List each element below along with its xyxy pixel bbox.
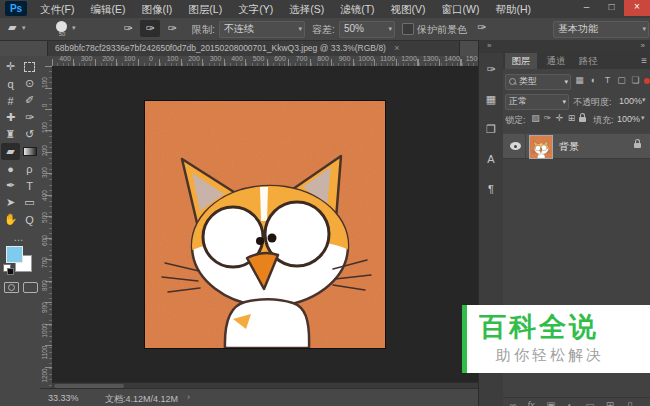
document-image[interactable] <box>145 101 385 348</box>
status-options-arrow-icon[interactable]: › <box>187 392 190 402</box>
eraser-tool-selected[interactable]: ▰ <box>1 143 20 160</box>
blend-mode-select[interactable]: 正常 ▾ <box>505 94 569 110</box>
panel-tabs: 图层 通道 路径 ≡ <box>503 53 650 69</box>
tab-paths[interactable]: 路径 <box>573 53 603 69</box>
fill-caret-icon[interactable]: ▾ <box>641 114 645 122</box>
screen-mode-button[interactable] <box>23 282 38 293</box>
sampling-background-swatch-button[interactable]: ✑ <box>162 20 182 37</box>
menu-file[interactable]: 文件(F) <box>32 0 82 18</box>
menu-select[interactable]: 选择(S) <box>281 0 332 18</box>
quick-mask-button[interactable] <box>4 282 19 293</box>
clone-source-panel-icon[interactable]: ❐ <box>481 117 501 141</box>
maximize-button[interactable]: □ <box>599 0 624 16</box>
filter-active-toggle-icon[interactable] <box>644 78 650 84</box>
paragraph-panel-icon[interactable]: ¶ <box>481 177 501 201</box>
menu-help[interactable]: 帮助(H) <box>488 0 540 18</box>
sampling-once-button[interactable]: ✑ <box>140 20 160 37</box>
delete-layer-icon[interactable]: ▯ <box>622 400 638 406</box>
workspace-select[interactable]: 基本功能 ▾ <box>553 21 649 38</box>
filter-shape-layers-icon[interactable]: ▢ <box>615 75 628 85</box>
divider <box>525 134 526 158</box>
adjustment-layer-icon[interactable]: ◐ <box>562 400 578 406</box>
gradient-tool[interactable] <box>20 143 39 160</box>
path-select-tool[interactable]: ➤ <box>1 194 20 211</box>
healing-tool[interactable]: ✚ <box>1 109 20 126</box>
layer-thumbnail[interactable] <box>529 135 553 159</box>
zoom-tool[interactable]: Q <box>20 211 39 228</box>
watermark-title: 百科全说 <box>479 309 599 345</box>
filter-type-layers-icon[interactable]: T <box>601 75 614 85</box>
layer-visibility-eye-icon[interactable] <box>510 142 521 150</box>
fill-value[interactable]: 100% <box>617 114 640 124</box>
menu-layer[interactable]: 图层(L) <box>180 0 230 18</box>
minimize-button[interactable]: – <box>574 0 599 16</box>
eyedropper-tool[interactable]: ✐ <box>20 92 39 109</box>
menu-view[interactable]: 视图(V) <box>383 0 434 18</box>
clone-stamp-tool[interactable]: ♜ <box>1 126 20 143</box>
shape-tool[interactable]: ▭ <box>20 194 39 211</box>
panel-menu-icon[interactable]: ≡ <box>641 55 647 66</box>
lasso-tool[interactable]: ɋ <box>1 75 20 92</box>
filter-adjustment-layers-icon[interactable]: ◐ <box>587 75 600 85</box>
quick-select-tool[interactable]: ⊙ <box>20 75 39 92</box>
dodge-tool[interactable]: ρ <box>20 160 39 177</box>
opacity-value[interactable]: 100% <box>619 96 642 106</box>
collapse-strip-icon[interactable]: » <box>487 41 491 50</box>
menu-edit[interactable]: 编辑(E) <box>82 0 133 18</box>
brush-tool[interactable]: ✑ <box>20 109 39 126</box>
sampling-continuous-button[interactable]: ✑ <box>118 20 138 37</box>
menu-type[interactable]: 文字(Y) <box>230 0 281 18</box>
crop-tool[interactable]: # <box>1 92 20 109</box>
photoshop-window: Ps 文件(F) 编辑(E) 图像(I) 图层(L) 文字(Y) 选择(S) 滤… <box>0 0 650 406</box>
blur-tool[interactable]: ● <box>1 160 20 177</box>
menu-window[interactable]: 窗口(W) <box>434 0 488 18</box>
h-ruler-label: 300 <box>208 55 224 62</box>
menu-image[interactable]: 图像(I) <box>133 0 180 18</box>
swatches-panel-icon[interactable]: ▦ <box>481 87 501 111</box>
lock-all-icon[interactable] <box>579 117 586 122</box>
history-brush-tool[interactable]: ↺ <box>20 126 39 143</box>
layer-row-background[interactable]: 背景 <box>503 133 650 159</box>
filter-pixel-layers-icon[interactable]: ▦ <box>573 75 586 85</box>
move-tool[interactable]: ✛ <box>1 58 20 75</box>
new-layer-icon[interactable]: ⊞ <box>602 400 618 406</box>
edit-toolbar-ellipsis-icon[interactable]: … <box>0 232 38 243</box>
marquee-tool[interactable] <box>20 58 39 75</box>
tab-layers[interactable]: 图层 <box>505 53 537 69</box>
zoom-level[interactable]: 33.33% <box>48 393 79 403</box>
character-panel-icon[interactable]: A <box>481 147 501 171</box>
pen-tool[interactable]: ✒ <box>1 177 20 194</box>
close-button[interactable]: × <box>624 0 650 16</box>
type-tool[interactable]: T <box>20 177 39 194</box>
limit-select[interactable]: 不连续 ▾ <box>219 21 305 38</box>
tool-preset-caret-icon[interactable]: ▾ <box>22 24 26 32</box>
link-layers-icon[interactable]: ∞ <box>505 400 521 406</box>
layer-style-icon[interactable]: fx <box>523 400 539 406</box>
move-tool-icon: ✛ <box>6 60 15 73</box>
layer-name[interactable]: 背景 <box>559 140 579 154</box>
h-ruler-label: 800 <box>315 55 331 62</box>
tab-channels[interactable]: 通道 <box>541 53 571 69</box>
h-ruler-label: 1300 <box>423 55 439 62</box>
brush-panel-icon[interactable]: ✑ <box>481 57 501 81</box>
opacity-caret-icon[interactable]: ▾ <box>642 96 646 104</box>
filter-smart-objects-icon[interactable]: ❏ <box>629 75 642 85</box>
collapse-dock-icon[interactable]: » <box>641 41 645 50</box>
lock-artboard-icon[interactable]: ⊞ <box>565 113 578 123</box>
foreground-color-swatch[interactable] <box>6 246 23 263</box>
hand-tool[interactable]: ✋ <box>1 211 20 228</box>
tolerance-select[interactable]: 50% ▾ <box>339 21 395 38</box>
brush-panel-toggle-icon[interactable]: ✑ <box>477 21 486 34</box>
current-tool-icon[interactable]: ▰ <box>8 21 16 34</box>
document-tab[interactable]: 68b9bfc78cf29336e7bf242650f0d7db_2015020… <box>47 41 460 56</box>
document-close-icon[interactable]: × <box>394 43 399 53</box>
layer-filter-select[interactable]: 类型 ▾ <box>505 74 571 90</box>
canvas-area[interactable] <box>52 66 478 388</box>
new-group-icon[interactable]: ▭ <box>582 400 598 406</box>
brush-tool-icon: ✑ <box>25 111 34 124</box>
protect-foreground-checkbox[interactable] <box>402 23 414 35</box>
menu-filter[interactable]: 滤镜(T) <box>332 0 382 18</box>
h-ruler-label: 0 <box>143 55 159 62</box>
layer-mask-icon[interactable]: ▣ <box>543 400 559 406</box>
brush-picker-caret-icon[interactable]: ▾ <box>72 24 76 32</box>
